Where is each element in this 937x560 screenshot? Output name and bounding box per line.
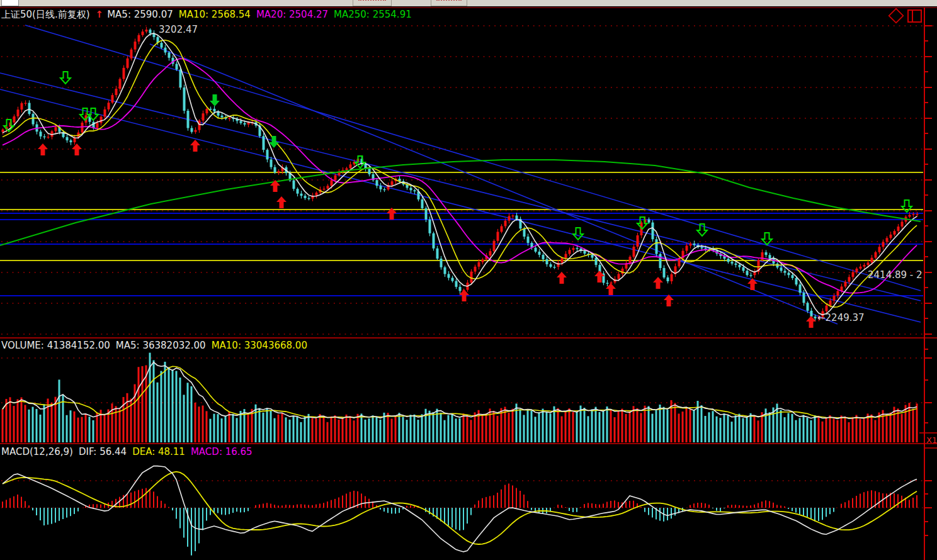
price-pane[interactable] <box>0 25 923 328</box>
volume-pane-header: VOLUME: 41384152.00MA5: 36382032.00MA10:… <box>1 340 313 351</box>
axis-scale-label: X1 <box>926 435 937 445</box>
pane-corner-icons[interactable] <box>889 9 921 23</box>
ma5-value: MA5: 2590.07 <box>107 9 173 20</box>
ma10-value: MA10: 2568.54 <box>179 9 251 20</box>
ma20-value: MA20: 2504.27 <box>256 9 328 20</box>
macd-pane[interactable] <box>2 466 917 556</box>
window-icon[interactable] <box>908 10 921 22</box>
volume-pane[interactable] <box>2 353 918 442</box>
main-pane-header: 上证50(日线.前复权)↑MA5: 2590.07MA10: 2568.54MA… <box>1 9 417 21</box>
macd-pane-header: MACD(12,26,9)DIF: 56.44DEA: 48.11MACD: 1… <box>1 446 258 457</box>
main-chart[interactable] <box>0 0 937 560</box>
signal-arrows <box>4 72 912 328</box>
macd-value: MACD: 16.65 <box>191 446 253 457</box>
range-price-annotation: 2414.89 - 2 <box>868 269 923 281</box>
trend-up-arrow-icon: ↑ <box>96 9 104 20</box>
macd-params-label: MACD(12,26,9) <box>1 446 73 457</box>
volume-ma5-value: MA5: 36382032.00 <box>116 340 206 351</box>
diamond-icon[interactable] <box>889 9 904 23</box>
dea-value: DEA: 48.11 <box>132 446 185 457</box>
trading-app-window: { "header": { "symbol": "上证50(日线.前复权)", … <box>0 0 937 560</box>
volume-ma10-value: MA10: 33043668.00 <box>212 340 307 351</box>
volume-value: VOLUME: 41384152.00 <box>1 340 110 351</box>
dif-value: DIF: 56.44 <box>79 446 127 457</box>
ma250-value: MA250: 2554.91 <box>334 9 412 20</box>
low-price-annotation: ←2249.37 <box>817 312 865 323</box>
peak-price-annotation: 3202.47 <box>159 24 198 35</box>
symbol-label: 上证50(日线.前复权) <box>1 9 90 20</box>
